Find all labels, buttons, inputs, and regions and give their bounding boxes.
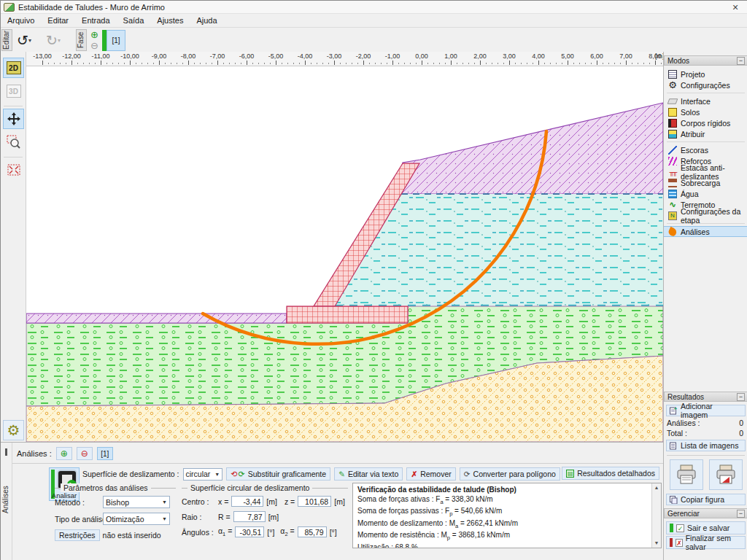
verification-symbol: Fp = [445,507,461,515]
add-analysis-button[interactable]: ⊕ [56,447,72,460]
ruler-tick [159,61,160,65]
convert-to-polygon-button[interactable]: ⟳ Converter para polígono [460,467,560,481]
drawing-settings-button[interactable]: ⚙ [3,420,24,440]
menu-saída[interactable]: Saída [117,15,151,26]
surface-type-dropdown[interactable]: circular ▼ [183,468,223,481]
menu-arquivo[interactable]: Arquivo [1,15,41,26]
ruler-minor-tick [369,63,370,64]
ruler-minor-tick [608,63,609,64]
remove-analysis-button[interactable]: ⊖ [77,447,93,460]
remove-button[interactable]: ✗ Remover [406,467,455,481]
sidebar-item-análises[interactable]: Análises [664,226,747,237]
modes-panel-title: Modos [667,57,689,65]
center-x-input[interactable]: -3,44 [231,496,263,507]
sidebar-item-corpos-rígidos[interactable]: Corpos rígidos [664,117,747,128]
ruler-minor-tick [533,63,533,64]
sidebar-item-configurações-da-etapa[interactable]: NConfigurações da etapa [664,210,747,221]
analysis-type-dropdown[interactable]: Otimização▼ [103,513,170,525]
image-list-icon [670,442,678,450]
view-3d-button[interactable]: 3D [3,81,24,101]
restrictions-button[interactable]: Restrições [55,529,100,541]
circular-surface-group: Superfície circular de deslizamento Cent… [182,488,348,546]
ruler-tick [392,61,393,65]
gear-icon: ⚙ [7,421,20,439]
scroll-up-icon[interactable]: ▲ [654,483,659,493]
sidebar-item-label: Configurações da etapa [681,207,747,225]
sidebar-item-água[interactable]: Água [664,188,747,199]
ruler-minor-tick [48,63,49,64]
sidebar-item-solos[interactable]: Solos [664,106,747,117]
sidebar-item-configurações[interactable]: ⚙Configurações [664,79,747,90]
replace-graphically-button[interactable]: ⟲⟳ Substituir graficamente [226,467,330,481]
verification-line-label: Soma de forças passivas : [357,507,445,515]
ruler-minor-tick [328,63,329,64]
radius-label: Raio : [182,513,215,521]
sidebar-item-label: Corpos rígidos [681,119,730,128]
results-scrollbar[interactable]: ▲ ▼ [651,483,661,548]
analyses-tab-bar: Análises : ⊕ ⊖ [1] [12,445,113,462]
sidebar-item-interface[interactable]: Interface [664,96,747,106]
stage-settings-icon: N [668,211,677,220]
close-icon[interactable]: × [729,1,742,13]
drawing-canvas[interactable] [26,66,663,442]
ruler-minor-tick [171,63,171,64]
print-preview-button[interactable] [709,459,743,490]
remove-stage-button[interactable]: ⊖ [89,41,100,51]
menu-ajuda[interactable]: Ajuda [190,15,223,26]
sidebar-item-projeto[interactable]: Projeto [664,69,747,79]
fit-view-button[interactable] [3,160,24,180]
results-minimize-button[interactable]: − [737,393,745,401]
toolbar-separator [4,157,23,158]
menu-ajustes[interactable]: Ajustes [150,15,190,26]
zoom-button[interactable] [3,132,24,152]
verification-results-box[interactable]: Verificação da estabilidade de talude (B… [352,483,662,548]
sidebar-item-atribuir[interactable]: Atribuir [664,128,747,139]
center-z-input[interactable]: 101,68 [298,496,331,507]
ruler-minor-tick [165,63,166,64]
sidebar-item-estacas-anti-deslizantes[interactable]: ╥╥Estacas anti-deslizantes [664,166,747,177]
copy-figure-button[interactable]: Copiar figura [666,494,746,505]
ruler-minor-tick [229,63,230,64]
menu-entrada[interactable]: Entrada [75,15,117,26]
save-and-exit-button[interactable]: ✓ Sair e salvar [666,521,746,534]
exit-without-saving-button[interactable]: ✗ Finalizar sem salvar [666,536,746,549]
view-2d-button[interactable]: 2D [3,58,24,78]
soils-icon [668,108,677,117]
stage-tab-1[interactable]: [1] [107,30,125,51]
editar-vertical-tab[interactable]: Editar [1,29,12,51]
method-dropdown[interactable]: Bishop▼ [103,496,170,508]
scroll-down-icon[interactable]: ▼ [654,539,659,548]
analyses-vertical-tab[interactable]: Análises [1,478,12,521]
undo-dropdown-caret[interactable]: ▾ [28,37,31,44]
ruler-minor-tick [643,63,644,64]
sidebar-item-escoras[interactable]: Escoras [664,144,747,155]
verification-line: Soma de forças ativas : Fa = 338,30 kN/m [357,495,649,508]
alpha2-input[interactable]: 85,79 [298,526,327,537]
analysis-tab-1[interactable]: [1] [97,447,113,460]
assign-icon [668,130,677,139]
alpha1-input[interactable]: -30,51 [235,526,264,537]
panel-splitter-handle[interactable] [5,448,7,456]
modes-minimize-button[interactable]: − [737,57,745,65]
menu-editar[interactable]: Editar [41,15,75,26]
ruler-minor-tick [573,63,574,64]
print-button[interactable] [670,459,703,490]
edit-via-text-button[interactable]: ✎ Editar via texto [334,467,403,481]
ruler-minor-tick [252,63,253,64]
retaining-wall-footing [287,306,408,323]
pan-button[interactable] [3,109,24,129]
detailed-results-button[interactable]: ▤ Resultados detalhados [562,467,659,480]
redo-button[interactable]: ↻ ▾ [46,30,72,50]
add-stage-button[interactable]: ⊕ [89,30,100,40]
rigid-bodies-icon [668,119,677,128]
ruler-tick [42,61,43,65]
ruler-minor-tick [486,63,487,64]
undo-button[interactable]: ↺ ▾ [17,30,43,50]
image-list-button[interactable]: Lista de imagens [666,440,746,451]
ruler-minor-tick [550,63,551,64]
manage-minimize-button[interactable]: − [737,510,745,518]
radius-input[interactable]: 7,87 [233,511,266,522]
add-image-button[interactable]: + Adicionar imagem [666,405,746,416]
ruler-label: -8,00 [181,52,196,60]
parameters-group-title: Parâmetros das análises [61,483,151,492]
